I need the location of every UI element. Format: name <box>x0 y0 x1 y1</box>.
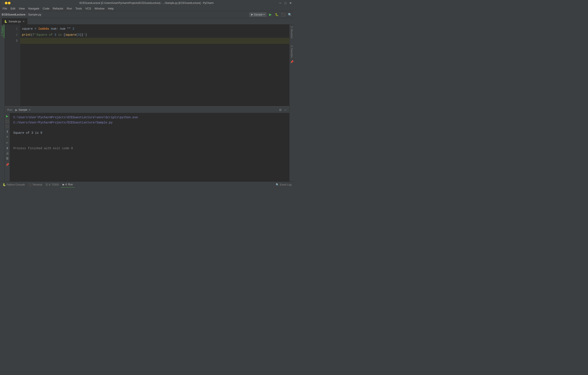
window-title: ECEGuestLecture [C:\Users\User\PycharmPr… <box>15 1 279 4</box>
run-tab-label-bottom: 4: Run <box>65 183 73 186</box>
menu-tools[interactable]: Tools <box>74 6 84 11</box>
breadcrumb-file[interactable]: Sample.py <box>28 13 41 16</box>
menu-vcs[interactable]: VCS <box>84 6 93 11</box>
run-clear-button[interactable]: 🗑 <box>5 156 10 161</box>
debug-button[interactable]: 🐛 <box>274 12 279 17</box>
num-2: 2 <box>73 26 74 32</box>
toolbar-right: ▶ Sample ▾ ▶ 🐛 ⬛ 🔍 <box>249 12 292 17</box>
event-log-label: Event Log <box>280 183 291 186</box>
right-sidebar: 2: Structure 2: Favorites 📌 <box>289 24 294 182</box>
line-number-2: 2 <box>10 32 18 38</box>
close-button[interactable]: ✕ <box>289 1 292 5</box>
menu-refactor[interactable]: Refactor <box>51 6 65 11</box>
pin-icon[interactable]: 📌 <box>290 60 294 64</box>
event-log-icon: 🔍 <box>276 183 279 186</box>
menu-help[interactable]: Help <box>106 6 116 11</box>
event-log-tab[interactable]: 🔍 Event Log <box>274 182 293 188</box>
run-output: C:\Users\User\PycharmProjects\ECEGuestLe… <box>10 113 289 182</box>
menu-edit[interactable]: Edit <box>9 6 17 11</box>
todo-label: 6: TODO <box>49 183 59 186</box>
file-tab-icon: 🐍 <box>4 20 7 23</box>
run-side-buttons: ▶ ⬛ ⬛ ⬇ ≡ ↵ ⧗ 🖨 🗑 📌 <box>5 113 10 182</box>
run-output-result: Square of 3 is 9 <box>13 130 286 136</box>
run-minimize-button[interactable]: ─ <box>283 108 288 112</box>
code-line-2: print ( f' Square of 3 is { square ( 3 )… <box>20 32 289 38</box>
run-tree-button[interactable]: ≡ <box>5 135 10 139</box>
run-body: ▶ ⬛ ⬛ ⬇ ≡ ↵ ⧗ 🖨 🗑 📌 C:\Users\User\Pychar… <box>5 113 289 182</box>
run-label: Run: <box>6 108 13 111</box>
run-output-blank1 <box>13 125 286 130</box>
bottom-tab-terminal[interactable]: ⬛ Terminal <box>27 182 44 188</box>
main-layout: 1: Project 1 2 3 square = lambda num: nu… <box>0 24 294 182</box>
run-output-blank3 <box>13 141 286 146</box>
bottom-tab-python-console[interactable]: 🐍 Python Console <box>1 182 27 188</box>
keyword-lambda: lambda <box>38 26 49 32</box>
menu-file[interactable]: File <box>1 6 9 11</box>
run-button[interactable]: ▶ <box>268 12 273 17</box>
maximize-button[interactable]: □ <box>284 1 287 5</box>
func-print: print <box>22 32 31 38</box>
code-line-3 <box>20 38 289 44</box>
stop-button[interactable]: ⬛ <box>281 12 286 17</box>
run-stop-button[interactable]: ⬛ <box>5 119 10 123</box>
line-numbers: 1 2 3 <box>10 24 20 106</box>
run-tab-icon: ▶ <box>15 108 18 112</box>
editor-container: 1 2 3 square = lambda num: num ** 2 <box>5 24 289 182</box>
menu-bar: File Edit View Navigate Code Refactor Ru… <box>0 6 294 11</box>
run-filter-button[interactable]: ⧗ <box>5 146 10 150</box>
run-tab-close[interactable]: ✕ <box>28 108 31 111</box>
line-number-3: 3 <box>10 38 18 44</box>
run-rerun-button[interactable]: ⬛ <box>5 124 10 129</box>
file-tab-close[interactable]: ✕ <box>22 20 25 23</box>
favorites-panel-tab[interactable]: 2: Favorites <box>290 44 294 59</box>
run-settings-button[interactable]: ⚙ <box>278 108 282 112</box>
breadcrumb: ECEGuestLecture › Sample.py <box>2 13 41 16</box>
run-output-blank2 <box>13 136 286 141</box>
run-tab-sample[interactable]: ▶ Sample ✕ <box>13 107 33 113</box>
menu-code[interactable]: Code <box>41 6 51 11</box>
file-tab-label: Sample.py <box>9 20 21 23</box>
todo-icon: ☰ <box>46 183 48 186</box>
menu-window[interactable]: Window <box>93 6 106 11</box>
file-tab-sample-py[interactable]: 🐍 Sample.py ✕ <box>2 18 28 24</box>
run-panel-controls: ⚙ ─ <box>278 108 288 112</box>
title-bar: ⬛🟡🟡 ECEGuestLecture [C:\Users\User\Pycha… <box>0 0 294 6</box>
bottom-tab-run[interactable]: ▶ 4: Run <box>61 182 74 188</box>
run-pin-button[interactable]: 📌 <box>6 163 9 166</box>
terminal-label: Terminal <box>32 183 42 186</box>
code-editor[interactable]: 1 2 3 square = lambda num: num ** 2 <box>5 24 289 106</box>
gutter <box>5 24 10 106</box>
bottom-tab-right: 🔍 Event Log <box>274 182 293 188</box>
menu-run[interactable]: Run <box>65 6 74 11</box>
line-number-1: 1 <box>10 26 18 32</box>
left-sidebar: 1: Project <box>0 24 5 182</box>
run-print-button[interactable]: 🖨 <box>5 151 10 155</box>
run-restart-button[interactable]: ▶ <box>5 114 10 118</box>
run-output-path1: C:\Users\User\PycharmProjects\ECEGuestLe… <box>13 115 286 120</box>
run-configuration[interactable]: ▶ Sample ▾ <box>249 12 266 17</box>
project-panel-tab[interactable]: 1: Project <box>0 24 4 38</box>
editor-tab-bar: 🐍 Sample.py ✕ <box>0 18 294 24</box>
bottom-tab-bar: 🐍 Python Console ⬛ Terminal ☰ 6: TODO ▶ … <box>0 182 294 188</box>
window-controls: ─ □ ✕ <box>279 1 292 5</box>
search-everywhere-button[interactable]: 🔍 <box>287 12 292 17</box>
python-console-label: Python Console <box>7 183 25 186</box>
run-scroll-down-button[interactable]: ⬇ <box>5 129 10 134</box>
minimize-button[interactable]: ─ <box>279 1 282 5</box>
breadcrumb-project[interactable]: ECEGuestLecture <box>2 13 26 16</box>
run-icon: ▶ <box>63 183 64 186</box>
run-output-path2: C:/Users/User/PycharmProjects/ECEGuestLe… <box>13 120 286 125</box>
breadcrumb-separator: › <box>26 13 27 16</box>
code-area[interactable]: square = lambda num: num ** 2 print ( f'… <box>20 24 289 106</box>
run-panel-header: Run: ▶ Sample ✕ ⚙ ─ <box>5 107 289 113</box>
python-console-icon: 🐍 <box>3 183 6 186</box>
bottom-tab-todo[interactable]: ☰ 6: TODO <box>44 182 61 188</box>
structure-panel-tab[interactable]: 2: Structure <box>290 24 294 40</box>
run-panel: Run: ▶ Sample ✕ ⚙ ─ ▶ ⬛ ⬛ <box>5 106 289 182</box>
terminal-icon: ⬛ <box>28 183 32 186</box>
menu-navigate[interactable]: Navigate <box>26 6 41 11</box>
run-tab-label: Sample <box>19 108 27 111</box>
fstring-start: f' <box>33 32 36 38</box>
menu-view[interactable]: View <box>17 6 26 11</box>
run-wrap-button[interactable]: ↵ <box>5 141 10 145</box>
